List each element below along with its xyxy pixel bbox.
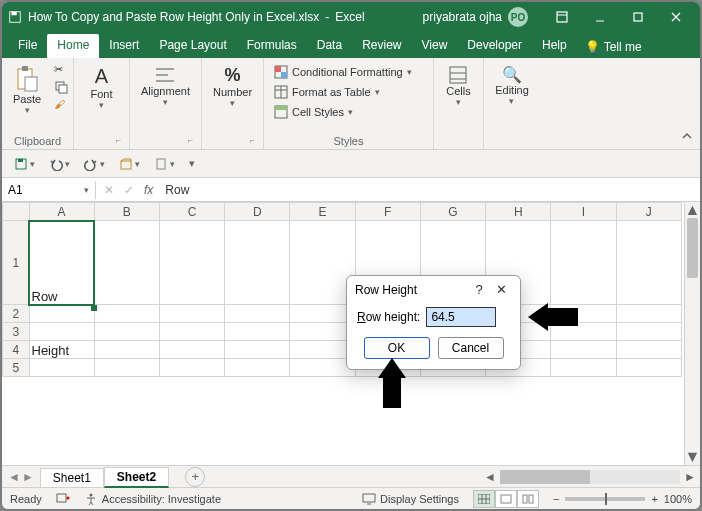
formula-input[interactable] (163, 182, 692, 198)
tab-data[interactable]: Data (307, 34, 352, 58)
fx-icon[interactable]: fx (144, 183, 153, 197)
row-header[interactable]: 2 (3, 305, 30, 323)
cell[interactable] (225, 341, 290, 359)
cell[interactable] (551, 341, 616, 359)
scroll-left-icon[interactable]: ◄ (482, 469, 498, 485)
row-height-input[interactable] (426, 307, 496, 327)
cell[interactable] (159, 359, 224, 377)
col-header[interactable]: J (616, 203, 681, 221)
copy-button[interactable] (50, 79, 72, 95)
tab-developer[interactable]: Developer (457, 34, 532, 58)
dialog-help-button[interactable]: ? (468, 282, 490, 297)
zoom-in-button[interactable]: + (651, 493, 657, 505)
cell[interactable] (94, 341, 159, 359)
normal-view-button[interactable] (473, 490, 495, 508)
zoom-control[interactable]: − + 100% (553, 493, 692, 505)
cell[interactable] (616, 221, 681, 305)
cell[interactable] (616, 305, 681, 323)
tab-help[interactable]: Help (532, 34, 577, 58)
qat-customize-button[interactable]: ▾ (185, 155, 199, 172)
cell[interactable] (551, 221, 616, 305)
dialog-close-button[interactable]: ✕ (490, 282, 512, 297)
font-button[interactable]: A Font ▾ (85, 62, 117, 113)
page-layout-view-button[interactable] (495, 490, 517, 508)
paste-button[interactable]: Paste ▾ (8, 62, 46, 118)
cell[interactable] (159, 323, 224, 341)
row-header[interactable]: 1 (3, 221, 30, 305)
cell[interactable] (94, 305, 159, 323)
cell[interactable] (225, 221, 290, 305)
cell[interactable] (29, 359, 94, 377)
conditional-formatting-button[interactable]: Conditional Formatting ▾ (270, 64, 416, 80)
cell-styles-button[interactable]: Cell Styles ▾ (270, 104, 416, 120)
scroll-down-icon[interactable]: ▼ (685, 449, 700, 465)
cell-A1[interactable]: Row (29, 221, 94, 305)
col-header[interactable]: D (225, 203, 290, 221)
sheet-tab-sheet2[interactable]: Sheet2 (104, 467, 169, 488)
qat-new-button[interactable]: ▾ (150, 155, 179, 173)
number-button[interactable]: % Number ▾ (208, 62, 257, 111)
cell[interactable] (159, 305, 224, 323)
col-header[interactable]: C (159, 203, 224, 221)
cut-button[interactable]: ✂ (50, 62, 72, 77)
enter-formula-icon[interactable]: ✓ (124, 183, 134, 197)
zoom-slider[interactable] (565, 497, 645, 501)
select-all-corner[interactable] (3, 203, 30, 221)
cell[interactable] (29, 305, 94, 323)
row-header[interactable]: 5 (3, 359, 30, 377)
zoom-out-button[interactable]: − (553, 493, 559, 505)
cell[interactable] (225, 323, 290, 341)
scroll-thumb[interactable] (687, 218, 698, 278)
scroll-track[interactable] (685, 218, 700, 449)
save-icon[interactable] (8, 10, 22, 24)
cell-A4[interactable]: Height (29, 341, 94, 359)
scroll-thumb[interactable] (500, 470, 590, 484)
col-header[interactable]: H (486, 203, 551, 221)
cell[interactable] (94, 323, 159, 341)
ribbon-display-options[interactable] (544, 5, 580, 29)
macro-record-icon[interactable] (56, 491, 70, 507)
qat-open-button[interactable]: ▾ (115, 155, 144, 173)
col-header[interactable]: F (355, 203, 420, 221)
redo-button[interactable]: ▾ (80, 155, 109, 173)
row-header[interactable]: 3 (3, 323, 30, 341)
zoom-level[interactable]: 100% (664, 493, 692, 505)
tab-page-layout[interactable]: Page Layout (149, 34, 236, 58)
horizontal-scrollbar[interactable]: ◄ ► (205, 469, 700, 485)
close-button[interactable] (658, 5, 694, 29)
cancel-formula-icon[interactable]: ✕ (104, 183, 114, 197)
cell[interactable] (94, 221, 159, 305)
cell[interactable] (159, 341, 224, 359)
col-header[interactable]: B (94, 203, 159, 221)
name-box[interactable]: A1 ▾ (2, 181, 96, 199)
col-header[interactable]: G (420, 203, 485, 221)
cell[interactable] (94, 359, 159, 377)
tab-home[interactable]: Home (47, 34, 99, 58)
cell[interactable] (551, 359, 616, 377)
new-sheet-button[interactable]: + (185, 467, 205, 487)
col-header[interactable]: E (290, 203, 355, 221)
maximize-button[interactable] (620, 5, 656, 29)
col-header[interactable]: I (551, 203, 616, 221)
alignment-button[interactable]: Alignment ▾ (136, 62, 195, 110)
tab-insert[interactable]: Insert (99, 34, 149, 58)
cell[interactable] (616, 359, 681, 377)
cell[interactable] (225, 305, 290, 323)
tab-file[interactable]: File (8, 34, 47, 58)
vertical-scrollbar[interactable]: ▲ ▼ (684, 202, 700, 465)
cancel-button[interactable]: Cancel (438, 337, 504, 359)
format-painter-button[interactable]: 🖌 (50, 97, 72, 111)
sheet-tab-sheet1[interactable]: Sheet1 (40, 468, 104, 487)
scroll-up-icon[interactable]: ▲ (685, 202, 700, 218)
format-as-table-button[interactable]: Format as Table ▾ (270, 84, 416, 100)
autosave-button[interactable]: ▾ (10, 155, 39, 173)
minimize-button[interactable] (582, 5, 618, 29)
tab-view[interactable]: View (412, 34, 458, 58)
sheet-nav-next[interactable]: ► (22, 470, 34, 484)
sheet-nav-prev[interactable]: ◄ (8, 470, 20, 484)
display-settings-button[interactable]: Display Settings (362, 492, 459, 506)
accessibility-button[interactable]: Accessibility: Investigate (84, 492, 221, 506)
row-header[interactable]: 4 (3, 341, 30, 359)
avatar[interactable]: PO (508, 7, 528, 27)
tab-review[interactable]: Review (352, 34, 411, 58)
